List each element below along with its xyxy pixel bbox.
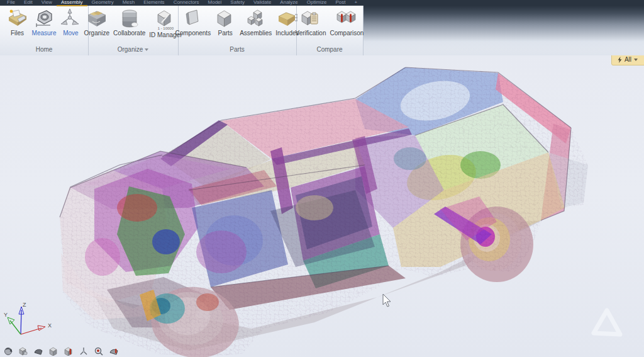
comparison-button[interactable]: Comparison (328, 8, 366, 37)
organize-drawer-icon (86, 8, 108, 28)
files-button[interactable]: Files (5, 8, 30, 37)
y-axis-label: Y (4, 312, 8, 318)
group-label-home: Home (36, 46, 53, 53)
ribbon-background-gradient (363, 6, 644, 55)
menu-item-file[interactable]: File (3, 0, 19, 5)
menu-item-[interactable]: + (350, 0, 362, 5)
button-label: Verification (296, 30, 326, 37)
truck-assembly-model[interactable] (0, 55, 644, 357)
menu-item-edit[interactable]: Edit (19, 0, 37, 5)
altair-logo-watermark (587, 307, 626, 339)
measure-nut-icon (33, 8, 55, 28)
z-axis-label: Z (23, 302, 26, 308)
menu-item-analyze[interactable]: Analyze (275, 0, 302, 5)
verification-clipboard-icon (300, 8, 321, 28)
reverse-visor-icon[interactable] (109, 346, 119, 356)
parts-button[interactable]: Parts (213, 8, 238, 37)
view-controls-toolbar (3, 346, 119, 356)
ribbon-group-organize: Organize Collaborate 1 - 10000ID Manager… (88, 6, 179, 55)
orientation-triad: Z Y X (0, 301, 82, 351)
group-label-parts: Parts (230, 46, 244, 53)
menu-item-view[interactable]: View (37, 0, 57, 5)
part-cube-icon (214, 8, 236, 28)
ribbon-group-compare: Verification ComparisonCompare (296, 6, 364, 55)
menu-item-mesh[interactable]: Mesh (118, 0, 140, 5)
button-label: Parts (218, 30, 232, 37)
visor-mask-icon[interactable] (33, 346, 43, 356)
components-button[interactable]: Components (173, 8, 213, 37)
organize-button[interactable]: Organize (82, 8, 112, 37)
triad-stand-icon[interactable] (79, 346, 89, 356)
measure-button[interactable]: Measure (30, 8, 58, 37)
collaborate-database-icon (119, 8, 140, 28)
move-triad-icon (60, 8, 81, 28)
chevron-down-icon (145, 48, 148, 51)
x-axis-label: X (48, 322, 52, 329)
comparison-boxes-icon (336, 8, 357, 28)
menu-item-connectors[interactable]: Connectors (169, 0, 204, 5)
3d-viewport[interactable]: All Z Y X (0, 55, 644, 357)
button-label: Assemblies (240, 30, 272, 37)
lightning-icon (618, 57, 622, 63)
assemblies-button[interactable]: Assemblies (238, 8, 274, 37)
collaborate-button[interactable]: Collaborate (111, 8, 147, 37)
menu-item-assembly[interactable]: Assembly (57, 0, 87, 6)
menu-item-validate[interactable]: Validate (249, 0, 275, 5)
button-label: Files (11, 30, 24, 37)
button-label: Comparison (330, 30, 364, 37)
button-label: Organize (84, 30, 110, 37)
move-button[interactable]: Move (58, 8, 83, 37)
button-label: Collaborate (113, 30, 145, 37)
menu-item-geometry[interactable]: Geometry (87, 0, 118, 5)
entity-filter-label: All (625, 56, 631, 63)
id-range-label: 1 - 10000 (158, 26, 174, 30)
rotate-view-icon[interactable] (3, 346, 13, 356)
group-label-organize[interactable]: Organize (118, 46, 149, 53)
verification-button[interactable]: Verification (294, 8, 328, 37)
button-label: Move (63, 30, 78, 37)
component-panel-icon (182, 8, 204, 28)
menu-item-model[interactable]: Model (204, 0, 226, 5)
pan-hand-icon[interactable] (18, 346, 28, 356)
button-label: Measure (32, 30, 57, 37)
ribbon-group-parts: Components Parts Assemblies IncludesPart… (178, 6, 297, 55)
menu-item-safety[interactable]: Safety (226, 0, 249, 5)
menu-item-elements[interactable]: Elements (139, 0, 169, 5)
menubar: FileEditViewAssemblyGeometryMeshElements… (0, 0, 644, 6)
files-folder-icon (7, 8, 28, 28)
chevron-down-icon (634, 59, 638, 61)
search-zoom-icon[interactable] (94, 346, 104, 356)
ribbon-group-home: Files Measure MoveHome (0, 6, 89, 55)
group-label-compare: Compare (316, 46, 342, 53)
include-red-icon[interactable] (64, 346, 74, 356)
assemblies-cubes-icon (245, 8, 267, 28)
menu-item-optimize[interactable]: Optimize (303, 0, 331, 5)
model-cube-icon[interactable] (48, 346, 58, 356)
menu-item-post[interactable]: Post (331, 0, 350, 5)
ribbon: Files Measure MoveHome Organize Collabor… (0, 6, 644, 55)
button-label: Components (175, 30, 211, 37)
